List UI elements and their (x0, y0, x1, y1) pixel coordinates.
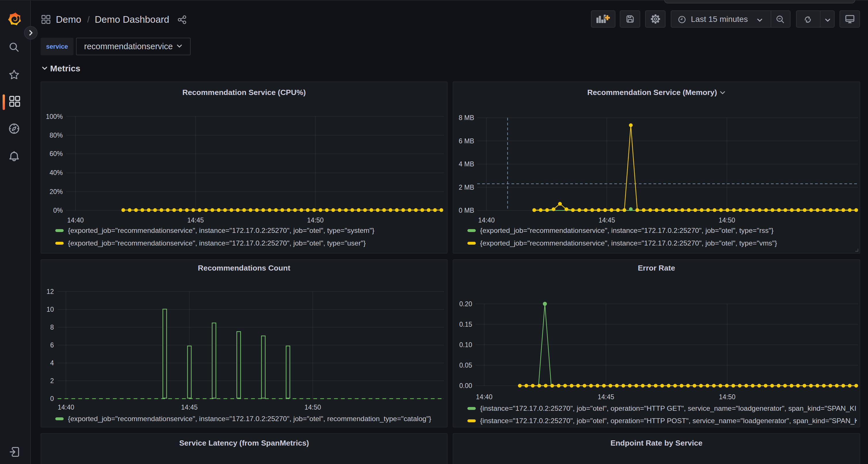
svg-text:0.15: 0.15 (459, 321, 472, 328)
svg-text:12: 12 (46, 288, 54, 295)
svg-text:6 MB: 6 MB (459, 137, 474, 145)
svg-text:6: 6 (50, 341, 54, 349)
svg-text:40%: 40% (50, 169, 63, 176)
svg-text:14:45: 14:45 (597, 393, 614, 401)
svg-text:4: 4 (50, 359, 54, 367)
svg-text:2: 2 (50, 377, 54, 385)
svg-text:0 MB: 0 MB (459, 207, 474, 214)
svg-text:14:40: 14:40 (58, 403, 74, 411)
svg-text:14:45: 14:45 (187, 217, 204, 224)
svg-text:14:45: 14:45 (181, 403, 198, 411)
svg-text:0.05: 0.05 (459, 362, 472, 369)
svg-text:14:50: 14:50 (307, 217, 324, 224)
svg-text:14:40: 14:40 (476, 393, 493, 401)
svg-text:100%: 100% (46, 113, 63, 120)
svg-text:14:40: 14:40 (478, 217, 495, 224)
svg-text:8 MB: 8 MB (459, 114, 474, 122)
svg-text:0.00: 0.00 (459, 382, 472, 390)
svg-text:10: 10 (46, 306, 54, 313)
svg-text:0%: 0% (53, 207, 63, 214)
svg-text:14:50: 14:50 (304, 403, 321, 411)
svg-text:20%: 20% (50, 188, 63, 195)
svg-text:0.20: 0.20 (459, 300, 472, 308)
svg-text:14:45: 14:45 (598, 217, 615, 224)
svg-text:0: 0 (50, 395, 54, 402)
svg-text:2 MB: 2 MB (459, 184, 474, 191)
svg-text:8: 8 (50, 324, 54, 331)
svg-text:14:50: 14:50 (719, 393, 736, 401)
svg-text:14:50: 14:50 (718, 217, 735, 224)
svg-text:60%: 60% (50, 150, 63, 158)
svg-text:4 MB: 4 MB (459, 160, 474, 168)
svg-text:0.10: 0.10 (459, 341, 472, 349)
svg-text:14:40: 14:40 (67, 217, 84, 224)
svg-text:80%: 80% (50, 132, 63, 139)
